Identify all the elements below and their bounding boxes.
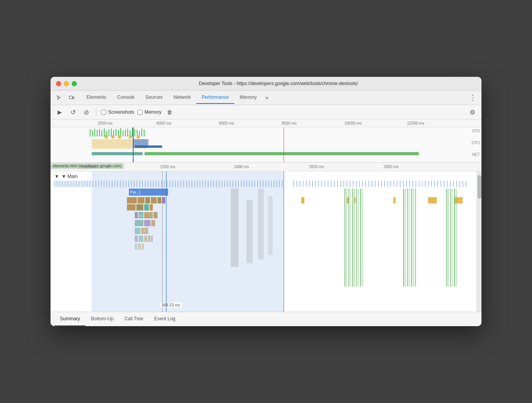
svg-rect-241 (411, 189, 412, 287)
timeline-overview[interactable]: 2000 ms 4000 ms 6000 ms 8000 ms 10000 ms… (51, 120, 481, 163)
svg-rect-107 (216, 181, 217, 187)
minimize-button[interactable] (64, 81, 69, 86)
svg-rect-60 (89, 181, 89, 187)
ruler-2800: 2800 ms (384, 165, 398, 169)
svg-rect-44 (64, 181, 64, 187)
scrollbar-thumb[interactable] (478, 175, 481, 199)
svg-rect-178 (438, 181, 438, 187)
trash-button[interactable]: 🗑 (165, 107, 175, 117)
memory-checkbox-label[interactable]: Memory (138, 109, 161, 115)
svg-rect-243 (415, 189, 416, 287)
tab-bar: Elements Console Sources Network Perform… (51, 91, 481, 105)
svg-rect-133 (297, 181, 297, 187)
flame-ruler: elements.html (developers.google.com) 20… (51, 163, 481, 171)
timestamp-line (162, 171, 163, 312)
svg-rect-103 (205, 181, 206, 187)
scrollbar[interactable] (477, 171, 481, 312)
svg-rect-130 (279, 181, 280, 187)
svg-rect-88 (164, 181, 165, 187)
ruler-2600: 2600 ms (309, 165, 324, 169)
svg-rect-111 (227, 181, 228, 187)
svg-rect-84 (153, 181, 154, 187)
svg-rect-239 (407, 189, 408, 287)
flame-chart-area[interactable]: elements.html (developers.google.com) 20… (51, 163, 481, 312)
title-bar: Developer Tools - https://developers.goo… (51, 77, 481, 91)
svg-rect-209 (135, 220, 143, 226)
svg-rect-179 (441, 181, 441, 187)
svg-rect-221 (138, 243, 141, 250)
svg-rect-211 (151, 220, 155, 226)
tab-sources[interactable]: Sources (140, 91, 168, 104)
svg-rect-124 (263, 181, 263, 187)
fps-chart (51, 127, 474, 139)
tab-menu-button[interactable]: ⋮ (467, 92, 478, 103)
svg-rect-49 (72, 181, 72, 187)
svg-rect-159 (378, 181, 378, 187)
cursor-icon[interactable] (54, 92, 65, 103)
svg-rect-181 (447, 181, 447, 187)
svg-rect-35 (135, 145, 162, 148)
svg-rect-222 (142, 243, 144, 250)
svg-rect-182 (450, 181, 451, 187)
reload-button[interactable]: ↺ (68, 107, 78, 117)
svg-rect-225 (258, 189, 264, 259)
svg-rect-55 (81, 181, 81, 187)
svg-rect-131 (282, 181, 282, 187)
svg-rect-236 (362, 189, 363, 287)
main-section-header: ▼ ▼ Main (54, 174, 78, 179)
svg-rect-193 (162, 197, 165, 203)
svg-rect-57 (84, 181, 85, 187)
tab-event-log[interactable]: Event Log (149, 312, 181, 326)
svg-rect-7 (101, 130, 102, 136)
svg-rect-121 (255, 181, 255, 187)
svg-rect-186 (463, 181, 463, 187)
svg-rect-76 (131, 181, 132, 187)
screenshots-checkbox-label[interactable]: Screenshots (101, 109, 134, 115)
svg-rect-244 (446, 189, 447, 287)
screenshots-checkbox[interactable] (101, 110, 106, 115)
svg-rect-8 (104, 128, 105, 136)
clear-button[interactable]: ⊘ (81, 107, 91, 117)
svg-rect-47 (69, 181, 69, 187)
memory-checkbox[interactable] (138, 110, 143, 115)
svg-rect-189 (138, 197, 145, 203)
close-button[interactable] (56, 81, 61, 86)
tab-summary[interactable]: Summary (54, 312, 85, 326)
svg-rect-102 (203, 181, 203, 187)
svg-rect-146 (337, 181, 338, 187)
record-button[interactable]: ▶ (54, 107, 65, 117)
svg-rect-231 (352, 189, 353, 287)
svg-rect-81 (145, 181, 145, 187)
svg-rect-217 (144, 236, 147, 242)
svg-rect-75 (128, 181, 129, 187)
maximize-button[interactable] (72, 81, 77, 86)
svg-rect-108 (219, 181, 219, 187)
svg-rect-97 (189, 181, 189, 187)
gear-button[interactable]: ⚙ (467, 107, 478, 117)
svg-rect-125 (266, 181, 266, 187)
tab-call-tree[interactable]: Call Tree (119, 312, 149, 326)
svg-rect-43 (62, 181, 63, 187)
svg-rect-139 (315, 181, 316, 187)
svg-rect-242 (413, 189, 414, 287)
svg-rect-163 (391, 181, 391, 187)
svg-rect-3 (92, 131, 93, 136)
svg-rect-188 (127, 197, 137, 203)
flame-content[interactable]: ▼ ▼ Main (51, 171, 481, 312)
tab-performance[interactable]: Performance (196, 91, 234, 104)
svg-rect-13 (116, 129, 116, 136)
device-icon[interactable] (66, 92, 77, 103)
grey-blocks (207, 189, 286, 275)
svg-rect-48 (70, 181, 71, 187)
tab-more[interactable]: » (262, 91, 271, 104)
svg-rect-174 (425, 181, 425, 187)
tab-memory[interactable]: Memory (234, 91, 262, 104)
tab-bottom-up[interactable]: Bottom-Up (85, 312, 119, 326)
tab-elements[interactable]: Elements (81, 91, 112, 104)
tab-network[interactable]: Network (168, 91, 196, 104)
svg-rect-28 (118, 135, 121, 138)
svg-rect-56 (83, 181, 83, 187)
svg-rect-110 (224, 181, 225, 187)
tab-console[interactable]: Console (112, 91, 140, 104)
cpu-chart (51, 138, 474, 150)
